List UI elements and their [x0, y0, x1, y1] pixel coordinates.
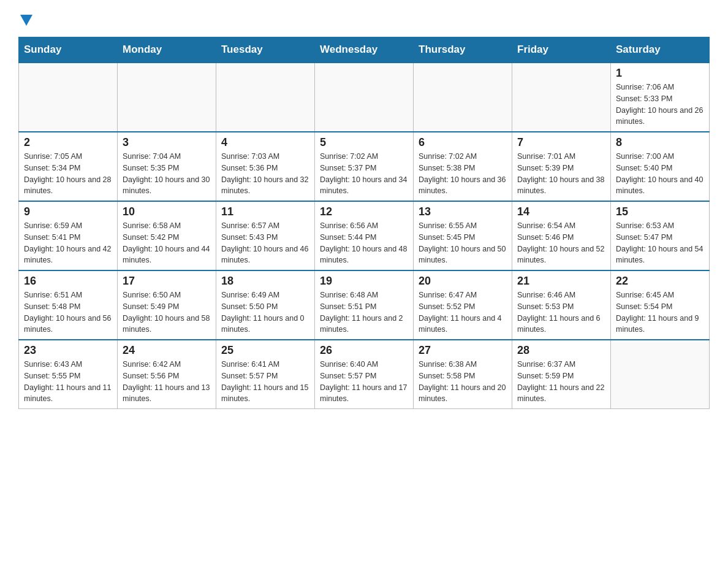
day-info: Sunrise: 6:49 AMSunset: 5:50 PMDaylight:…: [221, 289, 309, 335]
calendar-cell: 14Sunrise: 6:54 AMSunset: 5:46 PMDayligh…: [512, 201, 611, 270]
calendar-cell: 1Sunrise: 7:06 AMSunset: 5:33 PMDaylight…: [611, 63, 710, 132]
day-number: 15: [616, 205, 704, 218]
calendar-cell: 13Sunrise: 6:55 AMSunset: 5:45 PMDayligh…: [414, 201, 512, 270]
week-row-4: 16Sunrise: 6:51 AMSunset: 5:48 PMDayligh…: [19, 270, 710, 340]
calendar-cell: 27Sunrise: 6:38 AMSunset: 5:58 PMDayligh…: [414, 340, 512, 409]
day-number: 19: [320, 275, 408, 288]
calendar-cell: 9Sunrise: 6:59 AMSunset: 5:41 PMDaylight…: [19, 201, 118, 270]
calendar-cell: 16Sunrise: 6:51 AMSunset: 5:48 PMDayligh…: [19, 270, 118, 340]
day-info: Sunrise: 7:00 AMSunset: 5:40 PMDaylight:…: [616, 151, 704, 197]
day-info: Sunrise: 6:47 AMSunset: 5:52 PMDaylight:…: [419, 289, 507, 335]
day-number: 8: [616, 136, 704, 149]
day-info: Sunrise: 6:40 AMSunset: 5:57 PMDaylight:…: [320, 359, 408, 405]
day-number: 22: [616, 275, 704, 288]
calendar-header-wednesday: Wednesday: [315, 37, 414, 63]
calendar-cell: 12Sunrise: 6:56 AMSunset: 5:44 PMDayligh…: [315, 201, 414, 270]
calendar-cell: 22Sunrise: 6:45 AMSunset: 5:54 PMDayligh…: [611, 270, 710, 340]
day-info: Sunrise: 6:55 AMSunset: 5:45 PMDaylight:…: [419, 220, 507, 266]
day-number: 25: [221, 344, 309, 357]
day-info: Sunrise: 6:38 AMSunset: 5:58 PMDaylight:…: [419, 359, 507, 405]
day-info: Sunrise: 6:54 AMSunset: 5:46 PMDaylight:…: [517, 220, 605, 266]
calendar-header-sunday: Sunday: [19, 37, 118, 63]
day-info: Sunrise: 6:48 AMSunset: 5:51 PMDaylight:…: [320, 289, 408, 335]
calendar-cell: 15Sunrise: 6:53 AMSunset: 5:47 PMDayligh…: [611, 201, 710, 270]
calendar-cell: 19Sunrise: 6:48 AMSunset: 5:51 PMDayligh…: [315, 270, 414, 340]
week-row-5: 23Sunrise: 6:43 AMSunset: 5:55 PMDayligh…: [19, 340, 710, 409]
calendar-header-tuesday: Tuesday: [216, 37, 315, 63]
calendar-cell: 11Sunrise: 6:57 AMSunset: 5:43 PMDayligh…: [216, 201, 315, 270]
day-info: Sunrise: 6:43 AMSunset: 5:55 PMDaylight:…: [24, 359, 112, 405]
day-number: 14: [517, 205, 605, 218]
day-number: 28: [517, 344, 605, 357]
logo-triangle-icon: [20, 15, 32, 26]
calendar-cell: 26Sunrise: 6:40 AMSunset: 5:57 PMDayligh…: [315, 340, 414, 409]
calendar-cell: 7Sunrise: 7:01 AMSunset: 5:39 PMDaylight…: [512, 132, 611, 201]
week-row-2: 2Sunrise: 7:05 AMSunset: 5:34 PMDaylight…: [19, 132, 710, 201]
calendar-cell: [315, 63, 414, 132]
calendar-header-saturday: Saturday: [611, 37, 710, 63]
day-info: Sunrise: 6:58 AMSunset: 5:42 PMDaylight:…: [123, 220, 211, 266]
day-info: Sunrise: 6:56 AMSunset: 5:44 PMDaylight:…: [320, 220, 408, 266]
day-info: Sunrise: 7:01 AMSunset: 5:39 PMDaylight:…: [517, 151, 605, 197]
day-number: 3: [123, 136, 211, 149]
calendar-cell: [414, 63, 512, 132]
day-info: Sunrise: 6:50 AMSunset: 5:49 PMDaylight:…: [123, 289, 211, 335]
day-number: 26: [320, 344, 408, 357]
calendar-cell: 17Sunrise: 6:50 AMSunset: 5:49 PMDayligh…: [118, 270, 216, 340]
day-info: Sunrise: 6:37 AMSunset: 5:59 PMDaylight:…: [517, 359, 605, 405]
day-info: Sunrise: 6:53 AMSunset: 5:47 PMDaylight:…: [616, 220, 704, 266]
day-number: 7: [517, 136, 605, 149]
day-number: 9: [24, 205, 112, 218]
calendar-cell: 2Sunrise: 7:05 AMSunset: 5:34 PMDaylight…: [19, 132, 118, 201]
day-number: 18: [221, 275, 309, 288]
calendar-cell: [611, 340, 710, 409]
day-number: 11: [221, 205, 309, 218]
calendar-cell: 25Sunrise: 6:41 AMSunset: 5:57 PMDayligh…: [216, 340, 315, 409]
day-number: 17: [123, 275, 211, 288]
logo: [18, 12, 32, 25]
calendar-cell: [118, 63, 216, 132]
day-number: 23: [24, 344, 112, 357]
day-info: Sunrise: 6:41 AMSunset: 5:57 PMDaylight:…: [221, 359, 309, 405]
calendar-cell: 4Sunrise: 7:03 AMSunset: 5:36 PMDaylight…: [216, 132, 315, 201]
calendar-cell: [512, 63, 611, 132]
calendar-cell: 21Sunrise: 6:46 AMSunset: 5:53 PMDayligh…: [512, 270, 611, 340]
day-info: Sunrise: 6:46 AMSunset: 5:53 PMDaylight:…: [517, 289, 605, 335]
day-number: 5: [320, 136, 408, 149]
calendar-cell: 23Sunrise: 6:43 AMSunset: 5:55 PMDayligh…: [19, 340, 118, 409]
day-number: 2: [24, 136, 112, 149]
day-info: Sunrise: 7:02 AMSunset: 5:37 PMDaylight:…: [320, 151, 408, 197]
calendar-cell: 10Sunrise: 6:58 AMSunset: 5:42 PMDayligh…: [118, 201, 216, 270]
day-number: 21: [517, 275, 605, 288]
day-info: Sunrise: 7:03 AMSunset: 5:36 PMDaylight:…: [221, 151, 309, 197]
day-info: Sunrise: 6:42 AMSunset: 5:56 PMDaylight:…: [123, 359, 211, 405]
calendar-cell: 3Sunrise: 7:04 AMSunset: 5:35 PMDaylight…: [118, 132, 216, 201]
calendar-cell: 20Sunrise: 6:47 AMSunset: 5:52 PMDayligh…: [414, 270, 512, 340]
calendar-header-row: SundayMondayTuesdayWednesdayThursdayFrid…: [19, 37, 710, 63]
day-info: Sunrise: 6:45 AMSunset: 5:54 PMDaylight:…: [616, 289, 704, 335]
calendar-cell: [19, 63, 118, 132]
week-row-3: 9Sunrise: 6:59 AMSunset: 5:41 PMDaylight…: [19, 201, 710, 270]
calendar-cell: 18Sunrise: 6:49 AMSunset: 5:50 PMDayligh…: [216, 270, 315, 340]
day-number: 27: [419, 344, 507, 357]
calendar-table: SundayMondayTuesdayWednesdayThursdayFrid…: [18, 37, 710, 409]
day-info: Sunrise: 7:05 AMSunset: 5:34 PMDaylight:…: [24, 151, 112, 197]
day-info: Sunrise: 6:59 AMSunset: 5:41 PMDaylight:…: [24, 220, 112, 266]
week-row-1: 1Sunrise: 7:06 AMSunset: 5:33 PMDaylight…: [19, 63, 710, 132]
day-number: 10: [123, 205, 211, 218]
day-number: 20: [419, 275, 507, 288]
calendar-cell: 28Sunrise: 6:37 AMSunset: 5:59 PMDayligh…: [512, 340, 611, 409]
calendar-header-thursday: Thursday: [414, 37, 512, 63]
calendar-cell: 24Sunrise: 6:42 AMSunset: 5:56 PMDayligh…: [118, 340, 216, 409]
page-header: [18, 12, 710, 25]
calendar-header-friday: Friday: [512, 37, 611, 63]
day-number: 4: [221, 136, 309, 149]
calendar-cell: 6Sunrise: 7:02 AMSunset: 5:38 PMDaylight…: [414, 132, 512, 201]
day-number: 24: [123, 344, 211, 357]
day-number: 6: [419, 136, 507, 149]
calendar-cell: 8Sunrise: 7:00 AMSunset: 5:40 PMDaylight…: [611, 132, 710, 201]
calendar-header-monday: Monday: [118, 37, 216, 63]
day-info: Sunrise: 7:04 AMSunset: 5:35 PMDaylight:…: [123, 151, 211, 197]
calendar-cell: [216, 63, 315, 132]
day-info: Sunrise: 7:02 AMSunset: 5:38 PMDaylight:…: [419, 151, 507, 197]
